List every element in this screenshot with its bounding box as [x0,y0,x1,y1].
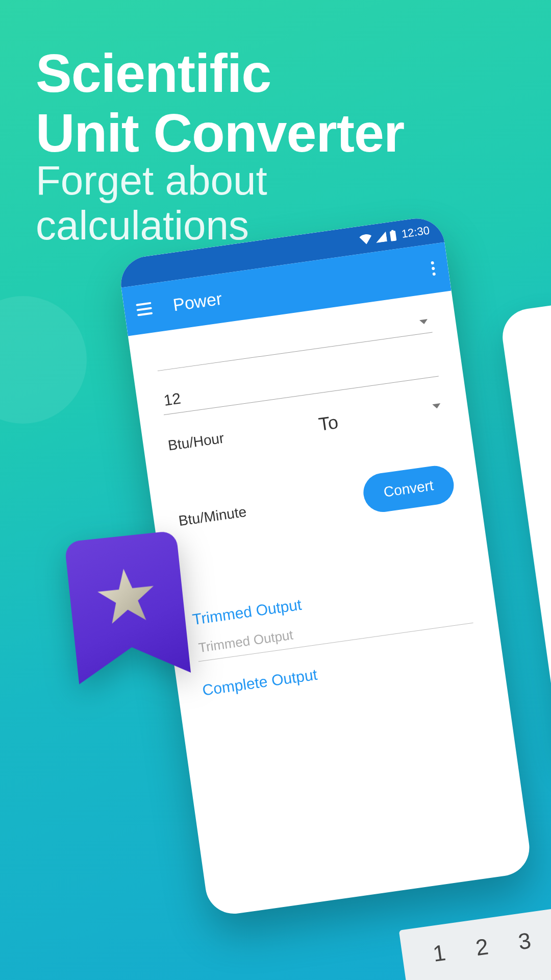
trimmed-output-placeholder: Trimmed Output [197,627,294,655]
menu-icon[interactable] [136,302,153,316]
wifi-icon [359,233,373,245]
more-icon[interactable] [431,261,436,276]
battery-icon [389,229,397,241]
from-unit-label: Btu/Hour [167,430,225,454]
signal-icon [374,231,387,243]
value-input-text: 12 [163,390,182,409]
promo-title-line2: Unit Converter [36,103,404,163]
status-time: 12:30 [400,224,430,240]
page-title: Power [172,288,223,315]
promo-title-line1: Scientific [36,43,404,103]
promo-subtitle-line1: Forget about [36,158,267,203]
key-3[interactable]: 3 [517,927,533,954]
star-icon [93,562,160,630]
numeric-keypad[interactable]: 1 2 3 [399,908,551,980]
svg-rect-0 [390,231,397,241]
chevron-down-icon [419,319,428,325]
key-2[interactable]: 2 [474,934,490,961]
promo-subtitle-line2: calculations [36,203,267,248]
promo-subtitle: Forget about calculations [36,158,267,248]
chevron-down-icon[interactable] [432,403,441,409]
to-unit-label: Btu/Minute [178,504,247,529]
bookmark-badge [64,530,191,684]
promo-title: Scientific Unit Converter [36,43,404,162]
to-label: To [317,411,340,435]
key-1[interactable]: 1 [431,940,447,967]
status-icons [359,229,397,246]
convert-button[interactable]: Convert [361,463,456,514]
background-circle [0,296,87,424]
svg-rect-1 [391,230,394,232]
